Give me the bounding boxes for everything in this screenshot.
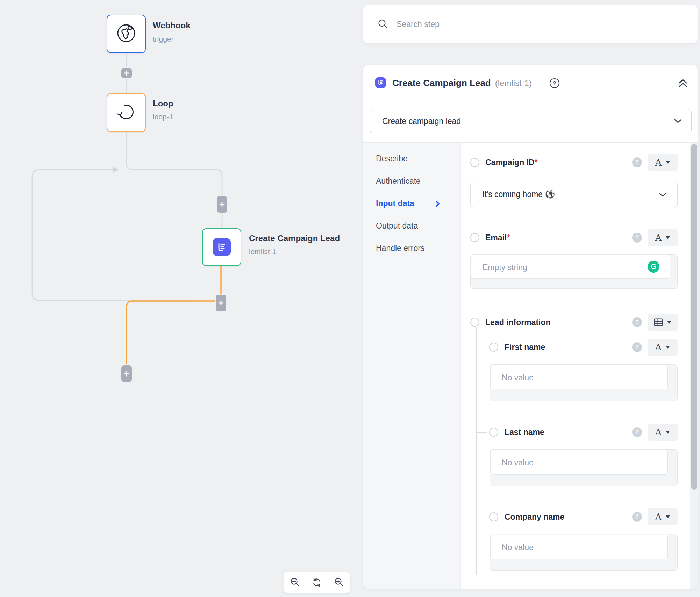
step-inspector-panel: Create Campaign Lead(lemlist-1) ? Create… (363, 65, 698, 589)
node-subtitle: loop-1 (153, 113, 173, 121)
caret-down-icon (667, 321, 671, 324)
caret-down-icon (666, 161, 670, 164)
add-step-button[interactable] (121, 68, 132, 78)
add-step-button[interactable] (216, 295, 226, 311)
first-name-label: First name (505, 343, 545, 352)
field-type-button[interactable]: A (648, 339, 678, 356)
email-radio[interactable] (470, 233, 479, 242)
caret-down-icon (666, 515, 670, 518)
refresh-button[interactable] (307, 573, 327, 592)
node-title: Loop (153, 99, 173, 108)
field-type-button[interactable] (648, 314, 678, 331)
zoom-in-button[interactable] (329, 573, 349, 592)
search-step-input[interactable] (397, 20, 698, 29)
chevron-down-icon (674, 119, 682, 124)
tree-tick (476, 432, 487, 433)
email-label: Email* (485, 233, 510, 243)
loopback-arrowhead (113, 167, 119, 173)
chevron-right-icon (435, 200, 440, 207)
caret-down-icon (666, 236, 670, 239)
help-icon[interactable]: ? (632, 512, 642, 522)
loop-arrow-icon (115, 101, 137, 124)
field-type-button[interactable]: A (648, 154, 678, 171)
node-subtitle: trigger (153, 35, 174, 43)
tree-connector (476, 327, 477, 575)
tree-tick (476, 517, 487, 517)
search-step-card (363, 5, 698, 43)
first-name-placeholder: No value (502, 373, 534, 382)
company-name-placeholder: No value (502, 543, 534, 552)
last-name-radio[interactable] (489, 428, 498, 437)
help-icon[interactable]: ? (632, 427, 642, 437)
campaign-id-value: It's coming home ⚽ (482, 190, 555, 199)
webhook-node[interactable] (107, 15, 146, 53)
email-input-container: Empty string G (470, 254, 678, 289)
zoom-out-button[interactable] (285, 573, 305, 592)
help-icon[interactable]: ? (549, 78, 560, 89)
tab-describe[interactable]: Describe (376, 154, 408, 163)
caret-down-icon (666, 346, 670, 349)
action-select[interactable]: Create campaign lead (370, 109, 692, 133)
help-icon[interactable]: ? (632, 157, 642, 167)
field-type-button[interactable]: A (648, 508, 678, 525)
help-icon[interactable]: ? (632, 342, 642, 352)
company-name-input-container: No value (490, 534, 678, 571)
campaign-id-select[interactable]: It's coming home ⚽ (470, 181, 678, 208)
tree-tick (476, 347, 487, 347)
field-type-button[interactable]: A (648, 229, 678, 246)
caret-down-icon (666, 431, 670, 434)
field-type-button[interactable]: A (648, 424, 678, 441)
chevron-down-icon (659, 192, 666, 197)
lemlist-logo-icon (213, 238, 231, 256)
node-title: Webhook (153, 21, 191, 30)
node-title: Create Campaign Lead (249, 233, 340, 243)
tab-authenticate[interactable]: Authenticate (376, 176, 421, 186)
search-icon (378, 19, 388, 29)
add-step-button[interactable] (217, 196, 227, 213)
action-select-value: Create campaign lead (382, 117, 461, 126)
campaign-id-label: Campaign ID* (485, 158, 538, 167)
tab-handle-errors[interactable]: Handle errors (376, 244, 424, 253)
lemlist-logo-icon (375, 77, 386, 88)
svg-text:?: ? (553, 80, 556, 86)
last-name-placeholder: No value (502, 458, 534, 468)
panel-scrollbar-thumb[interactable] (691, 144, 697, 490)
table-icon (654, 318, 663, 326)
node-subtitle: lemlist-1 (249, 247, 276, 256)
company-name-label: Company name (505, 512, 564, 522)
help-icon[interactable]: ? (632, 317, 642, 327)
inspector-sidebar: Describe Authenticate Input data Output … (363, 143, 461, 589)
lead-information-label: Lead information (485, 318, 551, 327)
tab-input-data[interactable]: Input data (376, 199, 440, 208)
company-name-radio[interactable] (489, 512, 498, 521)
loop-node[interactable] (107, 93, 146, 132)
add-step-button[interactable] (121, 365, 132, 382)
collapse-panel-icon[interactable] (677, 78, 688, 89)
canvas-toolbar (283, 571, 350, 593)
first-name-input-container: No value (490, 364, 678, 401)
globe-icon (115, 22, 137, 45)
last-name-input-container: No value (490, 449, 678, 486)
email-placeholder: Empty string (483, 263, 527, 272)
last-name-label: Last name (505, 428, 544, 437)
tab-output-data[interactable]: Output data (376, 221, 418, 231)
campaign-id-radio[interactable] (470, 158, 479, 167)
panel-title: Create Campaign Lead(lemlist-1) (392, 78, 532, 89)
first-name-radio[interactable] (489, 343, 498, 352)
panel-instance: (lemlist-1) (495, 78, 532, 88)
lead-information-radio[interactable] (470, 318, 479, 327)
grammarly-icon[interactable]: G (648, 261, 659, 273)
create-campaign-lead-node[interactable] (202, 228, 241, 266)
help-icon[interactable]: ? (632, 233, 642, 243)
